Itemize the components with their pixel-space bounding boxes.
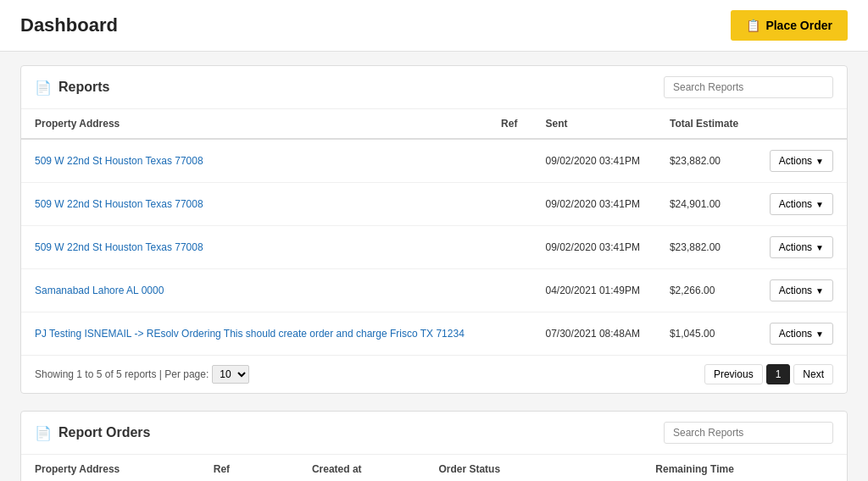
reports-showing-label: Showing 1 to 5 of 5 reports | Per page: <box>35 368 209 380</box>
reports-icon: 📄 <box>35 80 52 96</box>
reports-table-header-row: Property Address Ref Sent Total Estimate <box>21 109 847 139</box>
report-actions-label-4: Actions <box>779 328 812 340</box>
report-actions-cell-3: Actions ▼ <box>754 269 847 312</box>
report-orders-section-title: 📄 Report Orders <box>35 425 150 441</box>
report-address-0: 509 W 22nd St Houston Texas 77008 <box>21 139 487 183</box>
reports-title-text: Reports <box>58 80 109 95</box>
report-sent-4: 07/30/2021 08:48AM <box>532 312 656 356</box>
report-total-0: $23,882.00 <box>656 139 754 183</box>
report-address-1: 509 W 22nd St Houston Texas 77008 <box>21 183 487 226</box>
place-order-button[interactable]: 📋 Place Order <box>731 10 848 41</box>
report-total-1: $24,901.00 <box>656 183 754 226</box>
report-sent-0: 09/02/2020 03:41PM <box>532 139 656 183</box>
col-sent: Sent <box>532 109 656 139</box>
ro-col-actions <box>752 455 847 481</box>
reports-pagination: Showing 1 to 5 of 5 reports | Per page: … <box>21 355 847 393</box>
table-row: 509 W 22nd St Houston Texas 77008 09/02/… <box>21 226 847 269</box>
reports-table: Property Address Ref Sent Total Estimate… <box>21 109 847 355</box>
report-address-4: PJ Testing ISNEMAIL -> REsolv Ordering T… <box>21 312 487 356</box>
report-orders-title-text: Report Orders <box>58 425 150 440</box>
ro-col-created: Created at <box>298 455 426 481</box>
page-title: Dashboard <box>20 14 118 36</box>
report-actions-cell-0: Actions ▼ <box>754 139 847 183</box>
reports-section-title: 📄 Reports <box>35 80 109 96</box>
report-address-link-1[interactable]: 509 W 22nd St Houston Texas 77008 <box>35 198 203 210</box>
col-total-estimate: Total Estimate <box>656 109 754 139</box>
reports-pagination-controls: Previous 1 Next <box>704 364 833 384</box>
reports-page-1-btn[interactable]: 1 <box>766 364 791 384</box>
ro-col-remaining: Remaining Time <box>642 455 752 481</box>
ro-col-address: Property Address <box>21 455 200 481</box>
report-actions-label-3: Actions <box>779 285 812 296</box>
place-order-label: Place Order <box>765 19 832 32</box>
report-address-link-4[interactable]: PJ Testing ISNEMAIL -> REsolv Ordering T… <box>35 328 465 340</box>
report-orders-icon: 📄 <box>35 425 52 441</box>
report-address-link-2[interactable]: 509 W 22nd St Houston Texas 77008 <box>35 241 203 253</box>
reports-showing-text: Showing 1 to 5 of 5 reports | Per page: … <box>35 365 249 384</box>
report-actions-cell-4: Actions ▼ <box>754 312 847 356</box>
report-actions-label-1: Actions <box>779 198 812 210</box>
reports-search-input[interactable] <box>664 76 833 98</box>
table-row: Samanabad Lahore AL 0000 04/20/2021 01:4… <box>21 269 847 312</box>
chevron-down-icon-r4: ▼ <box>815 329 824 339</box>
reports-per-page-select[interactable]: 10 25 50 <box>212 365 249 384</box>
table-row: 509 W 22nd St Houston Texas 77008 09/02/… <box>21 139 847 183</box>
report-ref-2 <box>487 226 531 269</box>
report-ref-4 <box>487 312 531 356</box>
col-actions-header <box>754 109 847 139</box>
table-row: 509 W 22nd St Houston Texas 77008 09/02/… <box>21 183 847 226</box>
report-actions-btn-3[interactable]: Actions ▼ <box>770 279 833 301</box>
report-actions-btn-4[interactable]: Actions ▼ <box>770 323 833 345</box>
chevron-down-icon-r3: ▼ <box>815 286 824 296</box>
report-total-3: $2,266.00 <box>656 269 754 312</box>
report-address-3: Samanabad Lahore AL 0000 <box>21 269 487 312</box>
report-actions-label-0: Actions <box>779 155 812 167</box>
report-orders-section: 📄 Report Orders Property Address Ref Cre… <box>20 411 848 481</box>
report-actions-cell-1: Actions ▼ <box>754 183 847 226</box>
report-address-link-3[interactable]: Samanabad Lahore AL 0000 <box>35 285 164 296</box>
report-sent-1: 09/02/2020 03:41PM <box>532 183 656 226</box>
report-actions-btn-2[interactable]: Actions ▼ <box>770 236 833 258</box>
table-row: PJ Testing ISNEMAIL -> REsolv Ordering T… <box>21 312 847 356</box>
ro-col-status: Order Status <box>425 455 642 481</box>
report-orders-table-header-row: Property Address Ref Created at Order St… <box>21 455 847 481</box>
main-content: 📄 Reports Property Address Ref Sent Tota… <box>0 52 868 481</box>
report-ref-3 <box>487 269 531 312</box>
col-ref: Ref <box>487 109 531 139</box>
report-actions-btn-1[interactable]: Actions ▼ <box>770 193 833 215</box>
report-address-2: 509 W 22nd St Houston Texas 77008 <box>21 226 487 269</box>
chevron-down-icon-r0: ▼ <box>815 157 824 166</box>
report-orders-search-input[interactable] <box>664 422 833 444</box>
chevron-down-icon-r2: ▼ <box>815 243 824 252</box>
report-orders-section-header: 📄 Report Orders <box>21 412 847 455</box>
reports-previous-btn[interactable]: Previous <box>704 364 763 384</box>
page-header: Dashboard 📋 Place Order <box>0 0 868 52</box>
report-total-4: $1,045.00 <box>656 312 754 356</box>
chevron-down-icon-r1: ▼ <box>815 200 824 209</box>
reports-section-header: 📄 Reports <box>21 66 847 109</box>
report-actions-btn-0[interactable]: Actions ▼ <box>770 150 833 172</box>
report-sent-2: 09/02/2020 03:41PM <box>532 226 656 269</box>
col-property-address: Property Address <box>21 109 487 139</box>
report-orders-table: Property Address Ref Created at Order St… <box>21 455 847 481</box>
report-actions-cell-2: Actions ▼ <box>754 226 847 269</box>
report-ref-0 <box>487 139 531 183</box>
report-total-2: $23,882.00 <box>656 226 754 269</box>
place-order-icon: 📋 <box>746 19 760 32</box>
report-ref-1 <box>487 183 531 226</box>
report-actions-label-2: Actions <box>779 241 812 253</box>
report-address-link-0[interactable]: 509 W 22nd St Houston Texas 77008 <box>35 155 203 167</box>
ro-col-ref: Ref <box>200 455 298 481</box>
report-sent-3: 04/20/2021 01:49PM <box>532 269 656 312</box>
reports-section: 📄 Reports Property Address Ref Sent Tota… <box>20 65 848 394</box>
reports-next-btn[interactable]: Next <box>793 364 833 384</box>
